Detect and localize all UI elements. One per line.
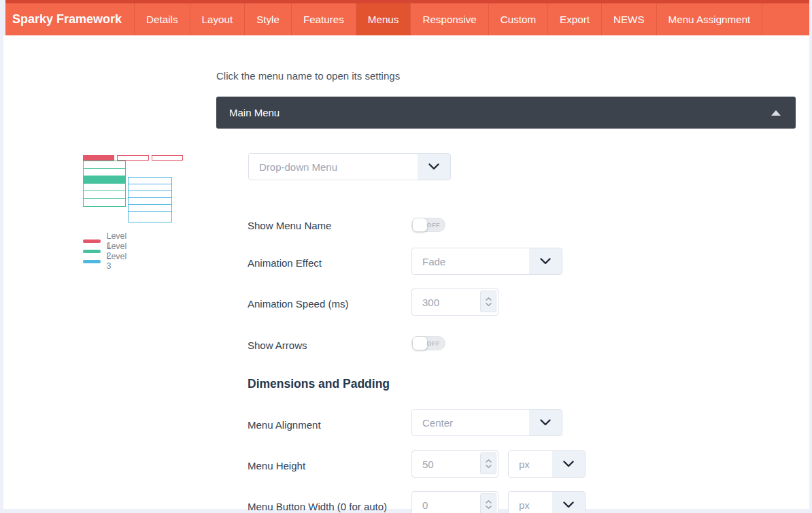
- chevron-down-icon: [529, 410, 562, 435]
- show-arrows-label: Show Arrows: [248, 340, 307, 351]
- level3-color-swatch: [83, 260, 101, 263]
- animation-effect-label: Animation Effect: [248, 257, 322, 269]
- animation-effect-value: Fade: [422, 256, 445, 267]
- animation-effect-select[interactable]: Fade: [411, 248, 562, 275]
- menu-alignment-label: Menu Alignment: [248, 419, 321, 431]
- legend-item-level3: Level 3: [83, 252, 130, 271]
- content-card: Click the menu name to open its settings…: [3, 35, 809, 509]
- chevron-down-icon: [529, 248, 562, 274]
- tab-responsive[interactable]: Responsive: [410, 3, 488, 35]
- menu-button-width-unit-select[interactable]: px: [508, 491, 586, 513]
- tab-features[interactable]: Features: [291, 3, 356, 35]
- animation-speed-label: Animation Speed (ms): [248, 298, 348, 310]
- brand: Sparky Framework: [5, 3, 134, 35]
- level1-bar: [117, 155, 149, 161]
- legend-label: Level 3: [106, 252, 129, 271]
- tab-export[interactable]: Export: [547, 3, 601, 35]
- tab-news[interactable]: NEWS: [601, 3, 656, 35]
- number-stepper[interactable]: [480, 493, 496, 513]
- tab-details[interactable]: Details: [134, 3, 189, 35]
- toggle-state-label: OFF: [427, 222, 441, 229]
- menu-height-unit-value: px: [519, 459, 530, 470]
- menu-height-label: Menu Height: [248, 460, 305, 471]
- menu-panel-title: Main Menu: [229, 107, 771, 118]
- menu-height-field: [411, 450, 498, 478]
- level2-active-item: [84, 176, 125, 184]
- level3-dropdown-box: [128, 177, 172, 222]
- level1-active-bar: [83, 155, 114, 161]
- tab-bar: Details Layout Style Features Menus Resp…: [134, 3, 762, 35]
- toggle-knob: [412, 218, 428, 232]
- show-menu-name-toggle[interactable]: OFF: [411, 218, 445, 232]
- menu-button-width-field: [411, 491, 498, 513]
- menu-panel-header[interactable]: Main Menu: [216, 97, 796, 129]
- show-menu-name-label: Show Menu Name: [248, 220, 331, 231]
- chevron-down-icon: [552, 492, 585, 513]
- number-stepper[interactable]: [480, 452, 496, 474]
- show-arrows-toggle[interactable]: OFF: [411, 336, 445, 350]
- tab-menus[interactable]: Menus: [356, 3, 411, 35]
- chevron-up-icon: [771, 110, 781, 116]
- menu-type-select[interactable]: Drop-down Menu: [248, 153, 451, 180]
- tab-style[interactable]: Style: [244, 3, 291, 35]
- animation-speed-field: [411, 288, 498, 316]
- intro-text: Click the menu name to open its settings: [216, 70, 400, 82]
- chevron-down-icon: [418, 154, 450, 180]
- tab-custom[interactable]: Custom: [488, 3, 547, 35]
- toggle-state-label: OFF: [427, 340, 441, 347]
- number-stepper[interactable]: [480, 291, 496, 312]
- menu-type-value: Drop-down Menu: [259, 161, 337, 173]
- chevron-down-icon: [552, 451, 585, 477]
- topbar: Sparky Framework Details Layout Style Fe…: [5, 0, 809, 35]
- level1-bar: [152, 155, 183, 161]
- tab-menu-assignment[interactable]: Menu Assignment: [656, 3, 763, 35]
- section-heading: Dimensions and Padding: [248, 377, 390, 391]
- menu-button-width-unit-value: px: [519, 499, 530, 511]
- menu-alignment-select[interactable]: Center: [411, 409, 562, 436]
- menu-button-width-label: Menu Button Width (0 for auto): [248, 501, 387, 512]
- toggle-knob: [412, 336, 428, 350]
- level2-dropdown-box: [83, 161, 126, 207]
- menu-height-unit-select[interactable]: px: [508, 450, 586, 478]
- menu-alignment-value: Center: [422, 417, 453, 429]
- tab-layout[interactable]: Layout: [190, 3, 245, 35]
